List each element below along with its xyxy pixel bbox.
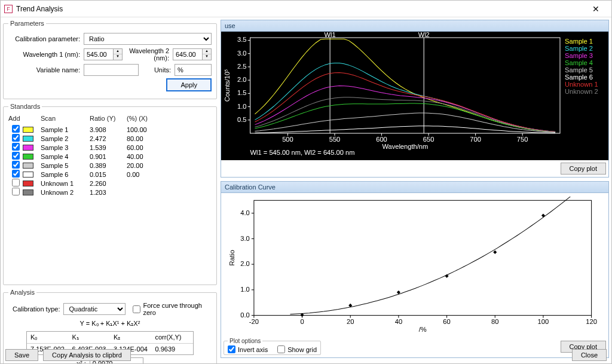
- color-swatch: [23, 181, 33, 186]
- svg-text:2.0: 2.0: [240, 260, 250, 267]
- varname-label: Variable name:: [8, 66, 80, 74]
- table-row[interactable]: Sample 40.90140.00: [8, 152, 212, 161]
- parameters-group: Parameters Calibration parameter: Ratio …: [3, 20, 217, 99]
- ratio-value: 2.472: [90, 135, 127, 142]
- table-row[interactable]: Sample 50.38920.00: [8, 161, 212, 170]
- row-checkbox[interactable]: [12, 188, 20, 195]
- units-label: Units:: [142, 66, 171, 74]
- svg-text:Unknown 2: Unknown 2: [565, 88, 598, 95]
- ratio-value: 1.539: [90, 144, 127, 151]
- window-title: Trend Analysis: [16, 5, 584, 13]
- analysis-legend: Analysis: [8, 289, 36, 296]
- scan-name: Unknown 1: [41, 180, 90, 187]
- standards-header: Add Scan Ratio (Y) (%) (X): [8, 114, 212, 124]
- force-zero-checkbox[interactable]: Force curve through zero: [133, 302, 212, 316]
- svg-text:1.5: 1.5: [237, 89, 246, 96]
- ratio-value: 3.908: [90, 126, 127, 133]
- table-row[interactable]: Unknown 12.260: [8, 179, 212, 188]
- svg-text:Sample 3: Sample 3: [565, 52, 593, 59]
- calib-type-label: Calibration type:: [8, 305, 60, 313]
- ratio-value: 1.203: [90, 189, 127, 196]
- table-row[interactable]: Sample 60.0150.00: [8, 170, 212, 179]
- wl2-up-icon[interactable]: ▲: [203, 49, 211, 54]
- row-checkbox[interactable]: [12, 134, 20, 142]
- app-icon: F: [4, 5, 13, 13]
- color-swatch: [23, 136, 33, 142]
- table-row[interactable]: Sample 22.47280.00: [8, 134, 212, 143]
- svg-text:500: 500: [282, 136, 293, 143]
- svg-text:100: 100: [538, 318, 549, 325]
- svg-text:1.0: 1.0: [237, 103, 246, 110]
- table-row[interactable]: Unknown 21.203: [8, 188, 212, 197]
- invert-axis-checkbox[interactable]: Invert axis: [228, 345, 268, 353]
- wl1-spinner[interactable]: ▲▼: [84, 48, 123, 60]
- varname-input[interactable]: [84, 64, 139, 76]
- svg-text:650: 650: [423, 136, 434, 143]
- table-row[interactable]: Sample 13.908100.00: [8, 125, 212, 134]
- ratio-value: 0.015: [90, 171, 127, 178]
- copy-analysis-button[interactable]: Copy Analysis to clipbrd: [43, 349, 131, 361]
- wl1-up-icon[interactable]: ▲: [114, 49, 122, 54]
- color-swatch: [23, 163, 33, 169]
- svg-text:-20: -20: [249, 318, 259, 325]
- wl1-down-icon[interactable]: ▼: [114, 54, 122, 60]
- titlebar: F Trend Analysis ✕: [1, 1, 611, 17]
- calib-param-select[interactable]: Ratio: [84, 33, 212, 45]
- calib-type-select[interactable]: Quadratic: [63, 303, 126, 315]
- svg-text:Wl1 = 545.00 nm, Wl2 = 645.00 : Wl1 = 545.00 nm, Wl2 = 645.00 nm: [250, 149, 355, 156]
- svg-text:0: 0: [300, 318, 304, 325]
- svg-text:Unknown 1: Unknown 1: [565, 81, 598, 88]
- svg-rect-0: [250, 38, 560, 133]
- svg-text:Sample 6: Sample 6: [565, 74, 593, 81]
- svg-text:Sample 1: Sample 1: [565, 38, 593, 45]
- row-checkbox[interactable]: [12, 125, 20, 133]
- scan-name: Sample 5: [41, 162, 90, 169]
- wl2-spinner[interactable]: ▲▼: [173, 48, 212, 60]
- save-button[interactable]: Save: [5, 349, 38, 361]
- svg-text:2.0: 2.0: [237, 76, 246, 83]
- show-grid-checkbox[interactable]: Show grid: [277, 345, 317, 353]
- calibration-panel: Calibration Curve -200204060801001200.01…: [221, 181, 609, 358]
- row-checkbox[interactable]: [12, 161, 20, 169]
- pct-value: 100.00: [127, 126, 169, 133]
- ratio-value: 2.260: [90, 180, 127, 187]
- standards-legend: Standards: [8, 103, 42, 110]
- close-button[interactable]: Close: [572, 349, 607, 361]
- svg-rect-42: [254, 200, 592, 315]
- use-panel-title: use: [221, 20, 608, 32]
- svg-text:40: 40: [395, 318, 402, 325]
- wl2-input[interactable]: [173, 48, 203, 60]
- svg-text:Wavelength/nm: Wavelength/nm: [382, 143, 428, 150]
- svg-text:120: 120: [586, 318, 597, 325]
- scan-name: Sample 1: [41, 126, 90, 133]
- row-checkbox[interactable]: [12, 179, 20, 186]
- copy-use-plot-button[interactable]: Copy plot: [561, 163, 606, 175]
- apply-button[interactable]: Apply: [166, 78, 212, 91]
- units-input[interactable]: [175, 64, 212, 76]
- scan-name: Sample 6: [41, 171, 90, 178]
- row-checkbox[interactable]: [12, 143, 20, 151]
- standards-body: Sample 13.908100.00Sample 22.47280.00Sam…: [8, 124, 212, 280]
- row-checkbox[interactable]: [12, 170, 20, 178]
- scan-name: Sample 4: [41, 153, 90, 160]
- svg-text:4.0: 4.0: [240, 209, 250, 216]
- calib-param-label: Calibration parameter:: [8, 35, 80, 42]
- wl2-down-icon[interactable]: ▼: [203, 54, 211, 60]
- pct-value: 40.00: [127, 153, 169, 160]
- svg-text:Sample 2: Sample 2: [565, 45, 593, 52]
- row-checkbox[interactable]: [12, 152, 20, 160]
- svg-text:750: 750: [517, 136, 528, 143]
- svg-text:Ratio: Ratio: [228, 250, 235, 266]
- color-swatch: [23, 127, 33, 133]
- wl1-input[interactable]: [84, 48, 114, 60]
- svg-text:/%: /%: [419, 326, 427, 333]
- close-icon[interactable]: ✕: [584, 4, 608, 14]
- pct-value: 80.00: [127, 135, 169, 142]
- calibration-panel-title: Calibration Curve: [221, 182, 608, 193]
- pct-value: 0.00: [127, 171, 169, 178]
- plot-options-group: Plot options Invert axis Show grid: [224, 338, 321, 355]
- color-swatch: [23, 154, 33, 160]
- svg-text:Sample 5: Sample 5: [565, 66, 593, 74]
- table-row[interactable]: Sample 31.53960.00: [8, 143, 212, 152]
- svg-text:Wl2: Wl2: [418, 32, 430, 38]
